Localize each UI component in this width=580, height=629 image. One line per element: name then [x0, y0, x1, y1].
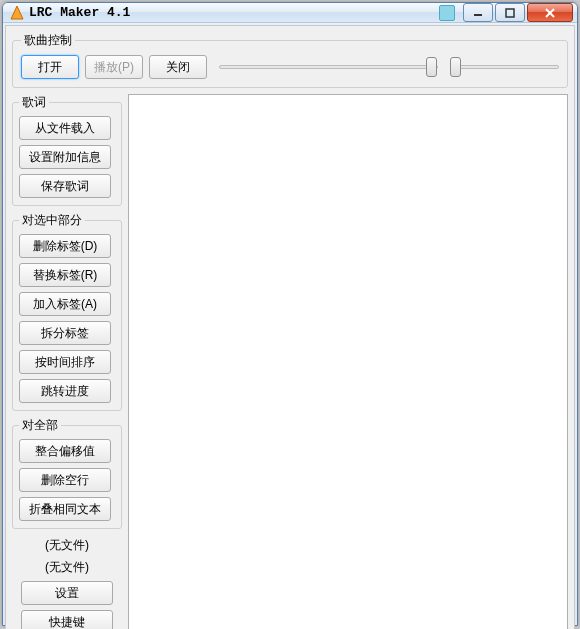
- lyrics-legend: 歌词: [19, 94, 49, 111]
- selection-legend: 对选中部分: [19, 212, 85, 229]
- overall-group: 对全部 整合偏移值 删除空行 折叠相同文本: [12, 417, 122, 529]
- settings-button[interactable]: 设置: [21, 581, 113, 605]
- song-control-legend: 歌曲控制: [21, 32, 75, 49]
- close-song-button[interactable]: 关闭: [149, 55, 207, 79]
- play-button[interactable]: 播放(P): [85, 55, 143, 79]
- jump-progress-button[interactable]: 跳转进度: [19, 379, 111, 403]
- sidebar: 歌词 从文件载入 设置附加信息 保存歌词 对选中部分 删除标签(D) 替换标签(…: [12, 94, 122, 629]
- load-from-file-button[interactable]: 从文件载入: [19, 116, 111, 140]
- lyrics-editor[interactable]: [128, 94, 568, 629]
- extras-section: (无文件) (无文件) 设置 快捷键 关于: [12, 535, 122, 629]
- app-window: LRC Maker 4.1 歌曲控制 打开 播放(P) 关闭: [2, 2, 578, 626]
- window-buttons: [463, 3, 573, 22]
- delete-tag-button[interactable]: 删除标签(D): [19, 234, 111, 258]
- no-file-label-2: (无文件): [12, 559, 122, 576]
- shield-icon: [439, 5, 455, 21]
- remove-blank-button[interactable]: 删除空行: [19, 468, 111, 492]
- content-area: 歌曲控制 打开 播放(P) 关闭 歌词 从: [5, 25, 575, 629]
- maximize-button[interactable]: [495, 3, 525, 22]
- song-control-group: 歌曲控制 打开 播放(P) 关闭: [12, 32, 568, 88]
- fold-same-text-button[interactable]: 折叠相同文本: [19, 497, 111, 521]
- shortcuts-button[interactable]: 快捷键: [21, 610, 113, 629]
- selection-group: 对选中部分 删除标签(D) 替换标签(R) 加入标签(A) 拆分标签 按时间排序…: [12, 212, 122, 411]
- save-lyrics-button[interactable]: 保存歌词: [19, 174, 111, 198]
- progress-slider[interactable]: [219, 57, 438, 77]
- set-extra-info-button[interactable]: 设置附加信息: [19, 145, 111, 169]
- svg-marker-0: [11, 6, 23, 19]
- minimize-button[interactable]: [463, 3, 493, 22]
- replace-tag-button[interactable]: 替换标签(R): [19, 263, 111, 287]
- add-tag-button[interactable]: 加入标签(A): [19, 292, 111, 316]
- sort-by-time-button[interactable]: 按时间排序: [19, 350, 111, 374]
- open-button[interactable]: 打开: [21, 55, 79, 79]
- volume-slider[interactable]: [450, 57, 559, 77]
- app-title: LRC Maker 4.1: [29, 5, 439, 20]
- svg-rect-2: [506, 9, 514, 17]
- titlebar[interactable]: LRC Maker 4.1: [3, 3, 577, 23]
- close-button[interactable]: [527, 3, 573, 22]
- no-file-label-1: (无文件): [12, 537, 122, 554]
- overall-legend: 对全部: [19, 417, 61, 434]
- lyrics-group: 歌词 从文件载入 设置附加信息 保存歌词: [12, 94, 122, 206]
- app-icon: [9, 5, 25, 21]
- merge-offset-button[interactable]: 整合偏移值: [19, 439, 111, 463]
- split-tag-button[interactable]: 拆分标签: [19, 321, 111, 345]
